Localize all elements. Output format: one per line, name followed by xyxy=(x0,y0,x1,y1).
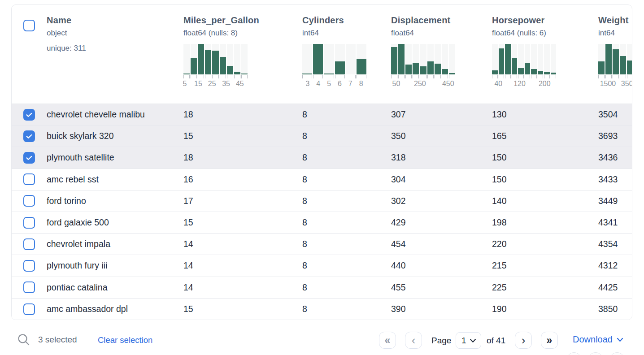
column-unique-count: unique: 311 xyxy=(47,44,183,53)
row-checkbox[interactable] xyxy=(23,173,35,185)
row-checkbox[interactable] xyxy=(23,238,35,250)
histogram-bin xyxy=(391,44,397,74)
cell-value: 8 xyxy=(302,131,391,141)
row-checkbox[interactable] xyxy=(23,130,35,142)
download-button[interactable]: Download xyxy=(573,334,623,345)
cell-value: 215 xyxy=(492,260,598,271)
cell-value: 429 xyxy=(391,217,492,228)
cell-value: 3436 xyxy=(598,152,632,163)
search-button[interactable] xyxy=(17,333,30,348)
clear-selection-link[interactable]: Clear selection xyxy=(98,335,152,345)
tick-mark xyxy=(505,75,511,78)
row-checkbox[interactable] xyxy=(23,195,35,207)
prev-page-button[interactable]: ‹ xyxy=(405,332,422,349)
column-header-name: Nameobjectunique: 311 xyxy=(47,5,183,104)
histogram-ticks xyxy=(391,75,455,78)
table-row[interactable]: ford torino1783021403449 xyxy=(12,190,632,212)
histogram-bin xyxy=(357,44,366,74)
table-row[interactable]: plymouth satellite1883181503436 xyxy=(12,147,632,169)
axis-tick-label: 450 xyxy=(442,80,454,88)
tick-mark xyxy=(620,75,626,78)
histogram-miles_per_gallon: 515253545 xyxy=(183,44,248,90)
next-page-button[interactable]: › xyxy=(515,332,532,349)
hidden-action-button-3[interactable] xyxy=(609,352,625,355)
tick-mark xyxy=(518,75,524,78)
axis-tick-label: 250 xyxy=(414,80,426,88)
histogram-ticks xyxy=(302,75,366,78)
cell-name: plymouth satellite xyxy=(47,152,183,163)
cell-value: 318 xyxy=(391,152,492,163)
histogram-bin xyxy=(538,44,544,74)
column-title: Horsepower xyxy=(492,15,598,26)
axis-tick-label: 4 xyxy=(316,80,320,88)
histogram-axis-labels: 515253545 xyxy=(183,80,248,90)
column-dtype: int64 xyxy=(302,29,391,38)
tick-mark xyxy=(205,75,211,78)
cell-value: 3504 xyxy=(598,109,632,120)
row-checkbox[interactable] xyxy=(23,109,35,121)
hidden-action-button-1[interactable] xyxy=(566,352,582,355)
histogram-bar xyxy=(313,44,323,74)
hidden-action-button-2[interactable] xyxy=(588,352,603,355)
column-header-horsepower: Horsepowerfloat64 (nulls: 6)40120200 xyxy=(492,5,598,104)
histogram-bar xyxy=(627,61,632,74)
last-page-button[interactable]: » xyxy=(541,332,558,349)
column-header-displacement: Displacementfloat6450250450 xyxy=(391,5,492,104)
histogram-bar xyxy=(302,74,312,74)
axis-tick-label: 40 xyxy=(494,80,502,88)
row-checkbox[interactable] xyxy=(23,281,35,293)
histogram-bar xyxy=(598,61,605,74)
first-page-button[interactable]: « xyxy=(379,332,396,349)
table-row[interactable]: chevrolet impala1484542204354 xyxy=(12,234,632,255)
tick-mark xyxy=(538,75,544,78)
tick-mark xyxy=(212,75,218,78)
select-all-checkbox[interactable] xyxy=(23,20,35,31)
cell-name: chevrolet chevelle malibu xyxy=(47,109,183,120)
row-checkbox[interactable] xyxy=(23,217,35,229)
histogram-bin xyxy=(198,44,204,74)
histogram-bar xyxy=(183,74,190,74)
tick-mark xyxy=(531,75,537,78)
table-row[interactable]: chevrolet chevelle malibu1883071303504 xyxy=(12,104,632,126)
row-checkbox[interactable] xyxy=(23,303,35,315)
cell-value: 14 xyxy=(183,282,302,293)
cell-name: ford torino xyxy=(47,196,183,206)
cell-value: 454 xyxy=(391,239,492,249)
cell-value: 3693 xyxy=(598,131,632,141)
axis-tick-label: 3 xyxy=(305,80,309,88)
histogram-bin xyxy=(613,44,619,74)
histogram-bin xyxy=(398,44,405,74)
dataframe-card: Nameobjectunique: 311Miles_per_Gallonflo… xyxy=(11,4,632,320)
histogram-bar xyxy=(449,73,455,74)
histogram-bin xyxy=(605,44,612,74)
row-checkbox[interactable] xyxy=(23,260,35,272)
cell-value: 140 xyxy=(492,196,598,206)
page-select[interactable]: 1 xyxy=(456,332,481,349)
table-row[interactable]: pontiac catalina1484552254425 xyxy=(12,277,632,299)
column-dtype: float64 (nulls: 6) xyxy=(492,29,598,38)
tick-mark xyxy=(302,75,312,78)
cell-value: 150 xyxy=(492,174,598,185)
cell-value: 130 xyxy=(492,109,598,120)
tick-mark xyxy=(598,75,605,78)
row-checkbox[interactable] xyxy=(23,152,35,164)
histogram-bar xyxy=(212,51,218,74)
histogram-bin xyxy=(241,44,248,74)
tick-mark xyxy=(324,75,334,78)
column-title: Displacement xyxy=(391,15,492,26)
table-row[interactable]: plymouth fury iii1484402154312 xyxy=(12,255,632,277)
cell-value: 17 xyxy=(183,196,302,206)
histogram-bar xyxy=(391,47,397,74)
table-row[interactable]: amc rebel sst1683041503433 xyxy=(12,169,632,190)
table-row[interactable]: amc ambassador dpl1583901903850 xyxy=(12,299,632,320)
table-row[interactable]: buick skylark 3201583501653693 xyxy=(12,126,632,147)
cell-value: 15 xyxy=(183,217,302,228)
cell-name: buick skylark 320 xyxy=(47,131,183,141)
tick-mark xyxy=(227,75,233,78)
histogram-bin xyxy=(234,44,240,74)
tick-mark xyxy=(313,75,323,78)
table-row[interactable]: ford galaxie 5001584291984341 xyxy=(12,212,632,234)
histogram-bin xyxy=(212,44,218,74)
histogram-bin xyxy=(346,44,356,74)
axis-tick-label: 7 xyxy=(348,80,352,88)
